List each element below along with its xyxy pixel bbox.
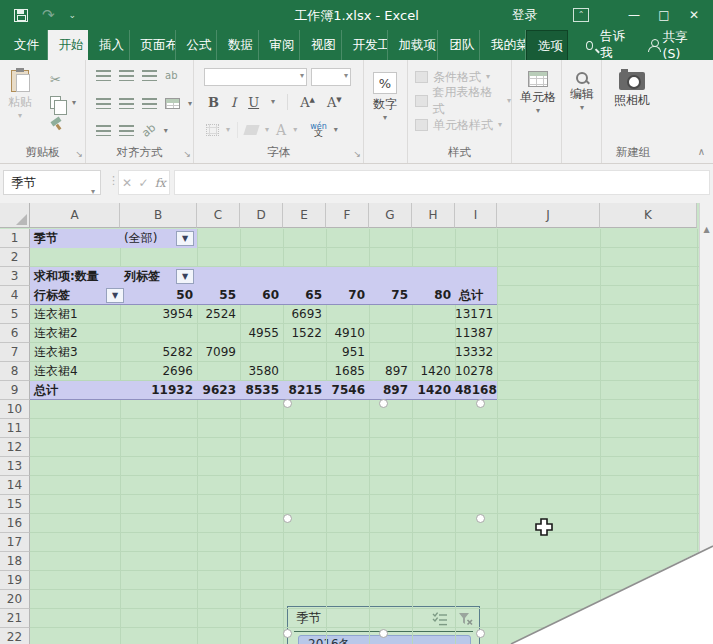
row-header-20[interactable]: 20 [0, 590, 30, 609]
column-header-B[interactable]: B [120, 203, 197, 228]
cell-C4[interactable]: 55 [197, 286, 240, 305]
cell-H4[interactable]: 80 [412, 286, 455, 305]
cell-G9[interactable]: 897 [369, 381, 412, 400]
italic-button[interactable]: I [231, 95, 236, 110]
cell-I4[interactable]: 总计 [455, 286, 497, 305]
insert-function-icon[interactable]: fx [155, 176, 166, 190]
cell-C5[interactable]: 2524 [197, 305, 240, 324]
cell-A1[interactable]: 季节 [30, 229, 120, 248]
cell-I8[interactable]: 10278 [455, 362, 497, 381]
cell-F9[interactable]: 7546 [326, 381, 369, 400]
column-header-K[interactable]: K [600, 203, 697, 228]
align-bottom-icon[interactable] [142, 70, 157, 81]
cell-A8[interactable]: 连衣裙4 [30, 362, 120, 381]
cell-H9[interactable]: 1420 [412, 381, 455, 400]
row-header-7[interactable]: 7 [0, 343, 30, 362]
cell-D4[interactable]: 60 [240, 286, 283, 305]
cell-G8[interactable]: 897 [369, 362, 412, 381]
cell-B4[interactable]: 50 [120, 286, 197, 305]
column-header-F[interactable]: F [326, 203, 369, 228]
tab-选项[interactable]: 选项 [526, 30, 569, 60]
cell-C7[interactable]: 7099 [197, 343, 240, 362]
format-as-table-button[interactable]: 套用表格格式▾ [415, 92, 511, 110]
scroll-up-icon[interactable]: ▲ [700, 225, 713, 234]
font-color-caret-icon[interactable]: ▾ [293, 127, 297, 133]
cell-B9[interactable]: 11932 [120, 381, 197, 400]
column-header-H[interactable]: H [412, 203, 455, 228]
row-header-12[interactable]: 12 [0, 438, 30, 457]
cell-B7[interactable]: 5282 [120, 343, 197, 362]
column-header-J[interactable]: J [497, 203, 600, 228]
tab-数据[interactable]: 数据 [217, 30, 259, 60]
cell-A9[interactable]: 总计 [30, 381, 120, 400]
collapse-ribbon-icon[interactable]: ∧ [698, 146, 705, 157]
cell-E9[interactable]: 8215 [283, 381, 326, 400]
alignment-dialog-launcher-icon[interactable]: ↘ [183, 149, 191, 159]
cell-styles-button[interactable]: 单元格样式▾ [415, 116, 511, 134]
cell-F8[interactable]: 1685 [326, 362, 369, 381]
row-header-21[interactable]: 21 [0, 609, 30, 628]
column-header-G[interactable]: G [369, 203, 412, 228]
row-header-18[interactable]: 18 [0, 552, 30, 571]
cell-I6[interactable]: 11387 [455, 324, 497, 343]
cell-H8[interactable]: 1420 [412, 362, 455, 381]
cell-D6[interactable]: 4955 [240, 324, 283, 343]
editing-button[interactable]: 编辑 ▾ [570, 72, 594, 111]
slicer-resize-handle[interactable] [476, 629, 485, 638]
phonetic-guide-button[interactable]: wén 文 [310, 123, 327, 137]
column-header-E[interactable]: E [283, 203, 326, 228]
align-middle-icon[interactable] [119, 70, 134, 81]
filter-dropdown-report[interactable]: ▼ [176, 231, 194, 246]
confirm-icon[interactable]: ✓ [138, 176, 148, 190]
slicer-resize-handle[interactable] [379, 629, 388, 638]
slicer-resize-handle[interactable] [283, 399, 292, 408]
tab-插入[interactable]: 插入 [88, 30, 130, 60]
slicer-resize-handle[interactable] [379, 399, 388, 408]
cell-A5[interactable]: 连衣裙1 [30, 305, 120, 324]
orientation-icon[interactable]: ab [139, 121, 158, 140]
row-header-2[interactable]: 2 [0, 248, 30, 267]
align-center-icon[interactable] [119, 98, 134, 109]
shrink-font-button[interactable]: A▼ [327, 95, 342, 110]
cell-I7[interactable]: 13332 [455, 343, 497, 362]
copy-icon[interactable] [50, 96, 61, 109]
row-header-15[interactable]: 15 [0, 495, 30, 514]
column-header-A[interactable]: A [30, 203, 120, 228]
tab-审阅[interactable]: 审阅 [259, 30, 301, 60]
fill-caret-icon[interactable]: ▾ [265, 127, 269, 133]
vertical-scrollbar[interactable]: ▲ [699, 203, 713, 644]
align-left-icon[interactable] [96, 98, 111, 109]
sign-in-button[interactable]: 登录 [512, 7, 537, 24]
close-button[interactable]: ✕ [679, 0, 709, 30]
cells-button[interactable]: 单元格 ▾ [520, 71, 556, 114]
font-color-button[interactable]: A [276, 122, 286, 138]
filter-dropdown-rows[interactable]: ▼ [106, 288, 124, 303]
slicer-season[interactable]: 季节 2016冬2016秋2017春2017冬2017秋2017夏 [287, 606, 480, 644]
select-all-corner[interactable] [0, 203, 30, 228]
slicer-resize-handle[interactable] [476, 399, 485, 408]
share-button[interactable]: 共享(S) [638, 30, 703, 60]
cut-icon[interactable]: ✂ [50, 72, 62, 87]
tab-开始[interactable]: 开始 [48, 30, 89, 60]
decrease-indent-icon[interactable] [96, 125, 111, 136]
tab-file[interactable]: 文件 [0, 30, 48, 60]
row-header-22[interactable]: 22 [0, 628, 30, 644]
font-name-combo[interactable] [204, 68, 307, 86]
row-header-19[interactable]: 19 [0, 571, 30, 590]
formula-input[interactable] [174, 170, 710, 195]
borders-icon[interactable] [206, 124, 219, 136]
wrap-text-icon[interactable]: ab [165, 70, 177, 81]
fill-color-icon[interactable] [243, 125, 259, 135]
font-dialog-launcher-icon[interactable]: ↘ [353, 149, 361, 159]
tab-公式[interactable]: 公式 [176, 30, 218, 60]
column-header-I[interactable]: I [455, 203, 497, 228]
cell-E5[interactable]: 6693 [283, 305, 326, 324]
merge-center-icon[interactable] [165, 98, 180, 109]
row-header-6[interactable]: 6 [0, 324, 30, 343]
camera-button[interactable]: 照相机 [614, 68, 650, 109]
row-header-16[interactable]: 16 [0, 514, 30, 533]
underline-button[interactable]: U [248, 95, 259, 110]
cell-B5[interactable]: 3954 [120, 305, 197, 324]
row-header-10[interactable]: 10 [0, 400, 30, 419]
row-header-11[interactable]: 11 [0, 419, 30, 438]
